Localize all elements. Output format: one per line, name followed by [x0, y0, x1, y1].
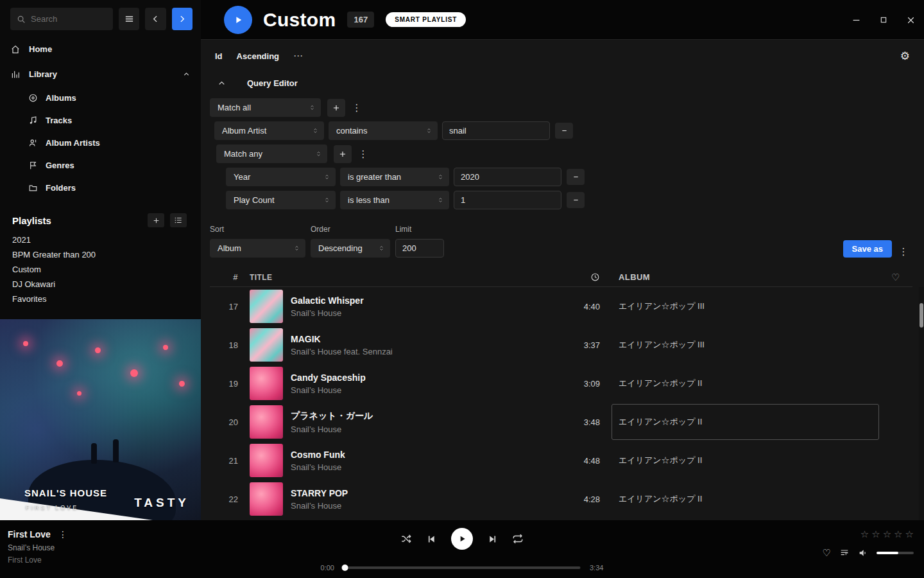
- rule-operator-select[interactable]: is less than: [340, 191, 449, 209]
- playlist-list-options-button[interactable]: [170, 213, 187, 227]
- rule-group-menu-button[interactable]: ⋮: [352, 102, 362, 114]
- add-rule-button[interactable]: [327, 99, 345, 117]
- column-header-favorite[interactable]: ♡: [879, 272, 912, 283]
- window-minimize-button[interactable]: [851, 15, 862, 26]
- previous-track-button[interactable]: [426, 534, 437, 545]
- rule-field-select[interactable]: Play Count: [226, 191, 336, 209]
- list-toolbar: Id Ascending ⋯ ⚙: [201, 40, 924, 72]
- plus-icon: [152, 216, 160, 225]
- track-title: STARRY POP: [291, 488, 348, 498]
- group-menu-button[interactable]: ⋮: [358, 148, 368, 160]
- column-header-title[interactable]: TITLE: [250, 273, 561, 282]
- rule-field-select[interactable]: Year: [226, 168, 336, 186]
- track-album-cell-focused[interactable]: エイリアン☆ポップ II: [612, 404, 879, 440]
- seek-bar[interactable]: [343, 566, 581, 569]
- save-menu-button[interactable]: ⋮: [898, 246, 909, 258]
- now-playing-artist[interactable]: Snail’s House: [8, 543, 67, 552]
- more-options-button[interactable]: ⋯: [293, 50, 303, 62]
- rule-value-input[interactable]: [442, 121, 550, 140]
- repeat-button[interactable]: [512, 533, 524, 545]
- rule-operator-select[interactable]: is greater than: [340, 168, 449, 186]
- now-playing-album[interactable]: First Love: [8, 556, 67, 565]
- star-rating-5[interactable]: ☆: [905, 529, 914, 540]
- table-row[interactable]: 21 Cosmo Funk Snail’s House 4:48 エイリアン☆ポ…: [210, 441, 912, 480]
- match-type-select[interactable]: Match all: [210, 98, 321, 117]
- playlist-item[interactable]: BPM Greater than 200: [0, 247, 201, 262]
- sidebar-item-genres[interactable]: Genres: [28, 154, 201, 177]
- star-rating-4[interactable]: ☆: [894, 529, 902, 540]
- track-duration: 3:37: [561, 340, 600, 350]
- table-row[interactable]: 22 STARRY POP Snail’s House 4:28 エイリアン☆ポ…: [210, 480, 912, 518]
- play-playlist-button[interactable]: [224, 6, 252, 34]
- sort-select[interactable]: Album: [210, 239, 305, 258]
- track-title: Galactic Whisper: [291, 295, 364, 306]
- sidebar-item-home[interactable]: Home: [0, 37, 201, 62]
- collapse-query-editor-button[interactable]: [214, 76, 229, 90]
- shuffle-button[interactable]: [400, 533, 412, 545]
- rule-value-input[interactable]: [454, 168, 561, 186]
- sort-field-button[interactable]: Id: [215, 51, 223, 61]
- order-select[interactable]: Descending: [311, 239, 390, 258]
- rule-value-input[interactable]: [454, 191, 561, 209]
- lantern-glow: [23, 341, 28, 346]
- nav-forward-button[interactable]: [172, 8, 193, 30]
- next-track-button[interactable]: [487, 534, 498, 545]
- sidebar-item-folders[interactable]: Folders: [28, 177, 201, 199]
- favorite-button[interactable]: ♡: [823, 547, 831, 559]
- window-close-button[interactable]: [905, 15, 916, 26]
- search-box[interactable]: [10, 8, 113, 30]
- search-input[interactable]: [31, 14, 107, 24]
- column-header-duration[interactable]: [561, 272, 600, 282]
- remove-rule-button[interactable]: [567, 192, 585, 208]
- sidebar: Home Library Albums Tracks Album Arti: [0, 0, 201, 520]
- now-playing-cover-art[interactable]: SNAIL'S HOUSE FIRST LOVE TASTY: [0, 319, 201, 520]
- total-duration: 3:34: [590, 564, 603, 572]
- column-header-index[interactable]: #: [210, 272, 238, 282]
- volume-icon[interactable]: [858, 548, 868, 558]
- sidebar-item-albums[interactable]: Albums: [28, 87, 201, 109]
- playlist-item[interactable]: DJ Okawari: [0, 277, 201, 292]
- remove-rule-button[interactable]: [555, 123, 573, 139]
- rule-field-select[interactable]: Album Artist: [214, 121, 324, 140]
- repeat-icon: [512, 533, 524, 545]
- flag-icon: [28, 161, 38, 170]
- playlist-item[interactable]: Custom: [0, 262, 201, 277]
- table-row[interactable]: 18 MAGIK Snail’s House feat. Sennzai 3:3…: [210, 326, 912, 364]
- remove-rule-button[interactable]: [567, 169, 585, 185]
- volume-slider[interactable]: [877, 552, 914, 554]
- star-rating-1[interactable]: ☆: [860, 529, 869, 540]
- track-duration: 4:28: [561, 495, 600, 504]
- now-playing-menu-button[interactable]: ⋮: [58, 529, 67, 539]
- scrollbar-thumb[interactable]: [920, 303, 923, 328]
- table-row[interactable]: 20 プラネット・ガール Snail’s House 3:48 エイリアン☆ポッ…: [210, 403, 912, 441]
- rule-operator-select[interactable]: contains: [329, 121, 438, 140]
- save-as-button[interactable]: Save as: [843, 240, 892, 258]
- table-scrollbar[interactable]: [919, 287, 924, 520]
- sidebar-item-album-artists[interactable]: Album Artists: [28, 132, 201, 154]
- album-art-thumbnail: [250, 328, 283, 362]
- chevron-up-icon[interactable]: [182, 70, 191, 78]
- group-match-type-select[interactable]: Match any: [216, 144, 327, 163]
- play-pause-button[interactable]: [451, 528, 473, 550]
- add-playlist-button[interactable]: [148, 213, 164, 227]
- settings-gear-button[interactable]: ⚙: [900, 49, 910, 62]
- playlist-item[interactable]: 2021: [0, 232, 201, 247]
- table-row[interactable]: 19 Candy Spaceship Snail’s House 3:09 エイ…: [210, 364, 912, 403]
- queue-icon[interactable]: [839, 548, 850, 558]
- sidebar-item-tracks[interactable]: Tracks: [28, 109, 201, 132]
- now-playing-title[interactable]: First Love: [8, 529, 51, 539]
- sort-direction-button[interactable]: Ascending: [237, 51, 279, 61]
- add-group-rule-button[interactable]: [334, 145, 352, 163]
- nav-back-button[interactable]: [145, 8, 166, 30]
- sidebar-item-library[interactable]: Library: [0, 62, 201, 87]
- menu-button[interactable]: [119, 8, 139, 30]
- playlist-item[interactable]: Favorites: [0, 292, 201, 306]
- limit-input[interactable]: [395, 239, 444, 258]
- window-maximize-button[interactable]: [878, 15, 889, 25]
- table-row[interactable]: 17 Galactic Whisper Snail’s House 4:40 エ…: [210, 287, 912, 326]
- chevron-updown-icon: [425, 127, 432, 135]
- star-rating-2[interactable]: ☆: [871, 529, 880, 540]
- star-rating-3[interactable]: ☆: [883, 529, 891, 540]
- seek-bar-knob[interactable]: [342, 565, 348, 571]
- genres-label: Genres: [46, 161, 74, 170]
